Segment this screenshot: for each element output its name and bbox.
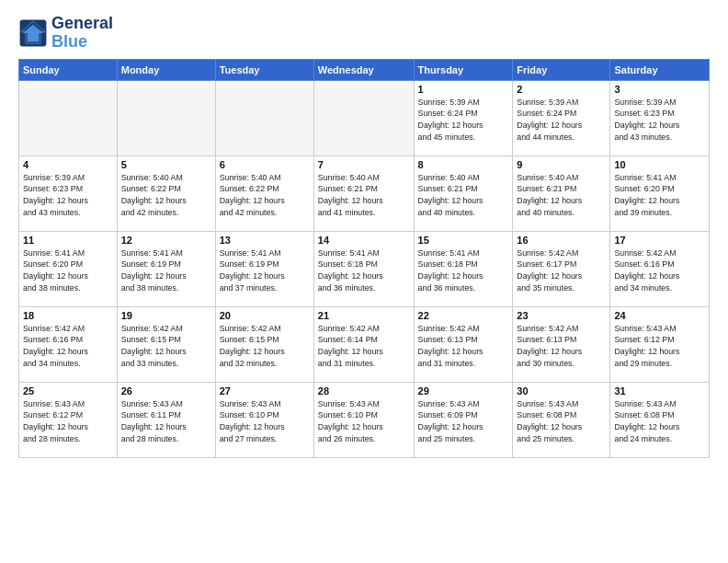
logo: General Blue bbox=[18, 15, 113, 52]
day-number: 17 bbox=[614, 235, 705, 246]
day-number: 9 bbox=[517, 159, 606, 170]
weekday-header-saturday: Saturday bbox=[610, 59, 710, 80]
day-number: 10 bbox=[614, 159, 705, 170]
day-cell: 31Sunrise: 5:43 AM Sunset: 6:08 PM Dayli… bbox=[610, 382, 710, 457]
day-info: Sunrise: 5:43 AM Sunset: 6:11 PM Dayligh… bbox=[121, 398, 211, 445]
day-number: 8 bbox=[418, 159, 509, 170]
day-cell: 26Sunrise: 5:43 AM Sunset: 6:11 PM Dayli… bbox=[117, 382, 215, 457]
day-cell: 1Sunrise: 5:39 AM Sunset: 6:24 PM Daylig… bbox=[414, 80, 513, 155]
day-cell: 6Sunrise: 5:40 AM Sunset: 6:22 PM Daylig… bbox=[215, 155, 313, 231]
day-cell: 5Sunrise: 5:40 AM Sunset: 6:22 PM Daylig… bbox=[117, 155, 215, 231]
day-number: 28 bbox=[318, 385, 410, 396]
day-info: Sunrise: 5:42 AM Sunset: 6:13 PM Dayligh… bbox=[517, 323, 606, 370]
day-number: 25 bbox=[23, 385, 113, 396]
day-cell bbox=[215, 80, 313, 155]
day-number: 12 bbox=[121, 235, 211, 246]
day-cell: 11Sunrise: 5:41 AM Sunset: 6:20 PM Dayli… bbox=[19, 231, 118, 306]
day-number: 15 bbox=[418, 235, 509, 246]
day-number: 31 bbox=[614, 385, 705, 396]
day-number: 13 bbox=[220, 235, 310, 246]
day-cell: 30Sunrise: 5:43 AM Sunset: 6:08 PM Dayli… bbox=[513, 382, 610, 457]
day-number: 5 bbox=[121, 159, 211, 170]
day-info: Sunrise: 5:40 AM Sunset: 6:21 PM Dayligh… bbox=[418, 172, 509, 219]
day-number: 2 bbox=[517, 84, 606, 95]
day-info: Sunrise: 5:41 AM Sunset: 6:18 PM Dayligh… bbox=[418, 247, 509, 294]
day-info: Sunrise: 5:39 AM Sunset: 6:24 PM Dayligh… bbox=[517, 97, 606, 144]
day-number: 24 bbox=[614, 310, 705, 321]
day-cell: 12Sunrise: 5:41 AM Sunset: 6:19 PM Dayli… bbox=[117, 231, 215, 306]
day-cell: 13Sunrise: 5:41 AM Sunset: 6:19 PM Dayli… bbox=[215, 231, 313, 306]
day-info: Sunrise: 5:43 AM Sunset: 6:10 PM Dayligh… bbox=[220, 398, 310, 445]
day-info: Sunrise: 5:43 AM Sunset: 6:10 PM Dayligh… bbox=[318, 398, 410, 445]
calendar: SundayMondayTuesdayWednesdayThursdayFrid… bbox=[18, 59, 710, 458]
day-info: Sunrise: 5:40 AM Sunset: 6:21 PM Dayligh… bbox=[318, 172, 410, 219]
day-cell: 2Sunrise: 5:39 AM Sunset: 6:24 PM Daylig… bbox=[513, 80, 610, 155]
week-row-4: 18Sunrise: 5:42 AM Sunset: 6:16 PM Dayli… bbox=[19, 306, 710, 382]
header: General Blue bbox=[18, 15, 710, 52]
day-info: Sunrise: 5:40 AM Sunset: 6:22 PM Dayligh… bbox=[220, 172, 310, 219]
day-number: 27 bbox=[220, 385, 310, 396]
day-info: Sunrise: 5:40 AM Sunset: 6:21 PM Dayligh… bbox=[517, 172, 606, 219]
day-cell: 29Sunrise: 5:43 AM Sunset: 6:09 PM Dayli… bbox=[414, 382, 513, 457]
day-cell: 19Sunrise: 5:42 AM Sunset: 6:15 PM Dayli… bbox=[117, 306, 215, 382]
day-info: Sunrise: 5:39 AM Sunset: 6:23 PM Dayligh… bbox=[614, 97, 705, 144]
day-cell: 10Sunrise: 5:41 AM Sunset: 6:20 PM Dayli… bbox=[610, 155, 710, 231]
day-number: 11 bbox=[23, 235, 113, 246]
day-cell: 15Sunrise: 5:41 AM Sunset: 6:18 PM Dayli… bbox=[414, 231, 513, 306]
day-info: Sunrise: 5:42 AM Sunset: 6:14 PM Dayligh… bbox=[318, 323, 410, 370]
logo-text: General Blue bbox=[51, 15, 113, 52]
day-cell: 18Sunrise: 5:42 AM Sunset: 6:16 PM Dayli… bbox=[19, 306, 118, 382]
week-row-1: 1Sunrise: 5:39 AM Sunset: 6:24 PM Daylig… bbox=[19, 80, 710, 155]
day-cell: 17Sunrise: 5:42 AM Sunset: 6:16 PM Dayli… bbox=[610, 231, 710, 306]
week-row-2: 4Sunrise: 5:39 AM Sunset: 6:23 PM Daylig… bbox=[19, 155, 710, 231]
day-info: Sunrise: 5:39 AM Sunset: 6:24 PM Dayligh… bbox=[418, 97, 509, 144]
day-cell: 22Sunrise: 5:42 AM Sunset: 6:13 PM Dayli… bbox=[414, 306, 513, 382]
day-cell: 9Sunrise: 5:40 AM Sunset: 6:21 PM Daylig… bbox=[513, 155, 610, 231]
day-cell: 25Sunrise: 5:43 AM Sunset: 6:12 PM Dayli… bbox=[19, 382, 118, 457]
weekday-header-sunday: Sunday bbox=[19, 59, 118, 80]
day-info: Sunrise: 5:43 AM Sunset: 6:08 PM Dayligh… bbox=[517, 398, 606, 445]
weekday-header-friday: Friday bbox=[513, 59, 610, 80]
day-cell: 27Sunrise: 5:43 AM Sunset: 6:10 PM Dayli… bbox=[215, 382, 313, 457]
day-cell: 7Sunrise: 5:40 AM Sunset: 6:21 PM Daylig… bbox=[313, 155, 414, 231]
day-info: Sunrise: 5:42 AM Sunset: 6:13 PM Dayligh… bbox=[418, 323, 509, 370]
day-cell: 14Sunrise: 5:41 AM Sunset: 6:18 PM Dayli… bbox=[313, 231, 414, 306]
day-info: Sunrise: 5:41 AM Sunset: 6:19 PM Dayligh… bbox=[121, 247, 211, 294]
day-number: 29 bbox=[418, 385, 509, 396]
day-number: 23 bbox=[517, 310, 606, 321]
day-info: Sunrise: 5:43 AM Sunset: 6:08 PM Dayligh… bbox=[614, 398, 705, 445]
logo-icon bbox=[18, 18, 48, 48]
week-row-5: 25Sunrise: 5:43 AM Sunset: 6:12 PM Dayli… bbox=[19, 382, 710, 457]
day-info: Sunrise: 5:43 AM Sunset: 6:09 PM Dayligh… bbox=[418, 398, 509, 445]
day-cell: 21Sunrise: 5:42 AM Sunset: 6:14 PM Dayli… bbox=[313, 306, 414, 382]
day-number: 3 bbox=[614, 84, 705, 95]
day-info: Sunrise: 5:43 AM Sunset: 6:12 PM Dayligh… bbox=[23, 398, 113, 445]
page: General Blue SundayMondayTuesdayWednesda… bbox=[0, 0, 728, 563]
day-cell bbox=[19, 80, 118, 155]
weekday-header-row: SundayMondayTuesdayWednesdayThursdayFrid… bbox=[19, 59, 710, 80]
day-info: Sunrise: 5:41 AM Sunset: 6:19 PM Dayligh… bbox=[220, 247, 310, 294]
day-info: Sunrise: 5:42 AM Sunset: 6:16 PM Dayligh… bbox=[23, 323, 113, 370]
day-number: 19 bbox=[121, 310, 211, 321]
day-cell bbox=[117, 80, 215, 155]
weekday-header-thursday: Thursday bbox=[414, 59, 513, 80]
day-number: 26 bbox=[121, 385, 211, 396]
day-info: Sunrise: 5:42 AM Sunset: 6:15 PM Dayligh… bbox=[220, 323, 310, 370]
day-number: 6 bbox=[220, 159, 310, 170]
day-number: 4 bbox=[23, 159, 113, 170]
day-cell: 16Sunrise: 5:42 AM Sunset: 6:17 PM Dayli… bbox=[513, 231, 610, 306]
day-cell: 24Sunrise: 5:43 AM Sunset: 6:12 PM Dayli… bbox=[610, 306, 710, 382]
day-cell: 4Sunrise: 5:39 AM Sunset: 6:23 PM Daylig… bbox=[19, 155, 118, 231]
day-number: 16 bbox=[517, 235, 606, 246]
day-info: Sunrise: 5:40 AM Sunset: 6:22 PM Dayligh… bbox=[121, 172, 211, 219]
day-number: 18 bbox=[23, 310, 113, 321]
day-info: Sunrise: 5:42 AM Sunset: 6:16 PM Dayligh… bbox=[614, 247, 705, 294]
day-info: Sunrise: 5:41 AM Sunset: 6:18 PM Dayligh… bbox=[318, 247, 410, 294]
day-number: 7 bbox=[318, 159, 410, 170]
weekday-header-wednesday: Wednesday bbox=[313, 59, 414, 80]
day-cell bbox=[313, 80, 414, 155]
day-info: Sunrise: 5:42 AM Sunset: 6:17 PM Dayligh… bbox=[517, 247, 606, 294]
day-number: 20 bbox=[220, 310, 310, 321]
day-number: 30 bbox=[517, 385, 606, 396]
weekday-header-monday: Monday bbox=[117, 59, 215, 80]
